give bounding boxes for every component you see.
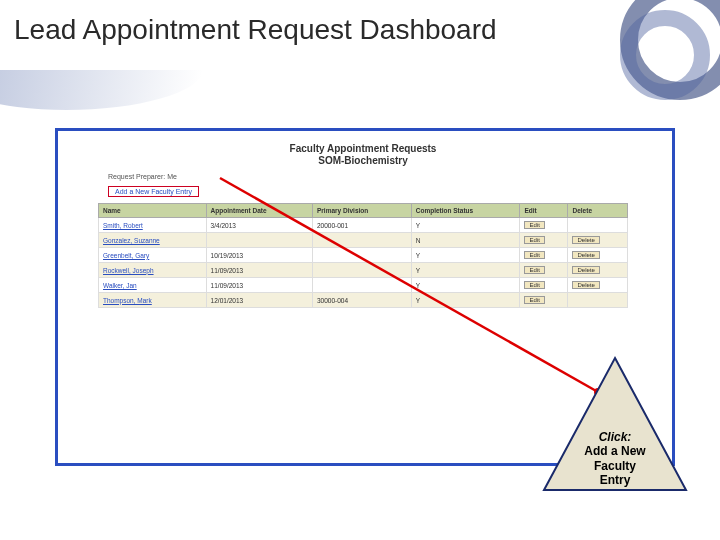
edit-button[interactable]: Edit (524, 236, 544, 244)
cell-edit: Edit (520, 218, 568, 233)
table-header-row: Name Appointment Date Primary Division C… (99, 204, 628, 218)
cell-division: 30000-004 (312, 293, 411, 308)
cell-status: N (411, 233, 520, 248)
cell-date (206, 233, 312, 248)
cell-edit: Edit (520, 293, 568, 308)
cell-status: Y (411, 263, 520, 278)
cell-delete: Delete (568, 278, 628, 293)
table-row: Smith, Robert 3/4/2013 20000-001 Y Edit (99, 218, 628, 233)
cell-division (312, 233, 411, 248)
col-status[interactable]: Completion Status (411, 204, 520, 218)
cell-name[interactable]: Gonzalez, Suzanne (99, 233, 207, 248)
add-new-faculty-link[interactable]: Add a New Faculty Entry (108, 186, 199, 197)
edit-button[interactable]: Edit (524, 251, 544, 259)
callout-line-3: Faculty (540, 459, 690, 473)
cell-name[interactable]: Thompson, Mark (99, 293, 207, 308)
cell-name[interactable]: Rockwell, Joseph (99, 263, 207, 278)
requests-table: Name Appointment Date Primary Division C… (98, 203, 628, 308)
cell-status: Y (411, 293, 520, 308)
cell-delete (568, 218, 628, 233)
cell-division (312, 248, 411, 263)
callout-triangle: Click: Add a New Faculty Entry (540, 352, 690, 497)
cell-edit: Edit (520, 263, 568, 278)
cell-edit: Edit (520, 278, 568, 293)
screenshot-header: Faculty Appointment Requests SOM-Biochem… (98, 143, 628, 167)
screenshot-heading: Faculty Appointment Requests (98, 143, 628, 155)
table-row: Greenbelt, Gary 10/19/2013 Y Edit Delete (99, 248, 628, 263)
table-row: Rockwell, Joseph 11/09/2013 Y Edit Delet… (99, 263, 628, 278)
cell-status: Y (411, 278, 520, 293)
delete-button[interactable]: Delete (572, 251, 599, 259)
col-name[interactable]: Name (99, 204, 207, 218)
table-row: Walker, Jan 11/09/2013 Y Edit Delete (99, 278, 628, 293)
request-preparer: Request Preparer: Me (98, 173, 628, 180)
cell-name[interactable]: Greenbelt, Gary (99, 248, 207, 263)
col-delete[interactable]: Delete (568, 204, 628, 218)
cell-delete: Delete (568, 263, 628, 278)
dashboard-screenshot: Faculty Appointment Requests SOM-Biochem… (98, 143, 628, 308)
delete-button[interactable]: Delete (572, 281, 599, 289)
table-row: Thompson, Mark 12/01/2013 30000-004 Y Ed… (99, 293, 628, 308)
col-edit[interactable]: Edit (520, 204, 568, 218)
cell-division: 20000-001 (312, 218, 411, 233)
delete-button[interactable]: Delete (572, 236, 599, 244)
cell-edit: Edit (520, 248, 568, 263)
decor-blue-curve (0, 70, 204, 110)
cell-division (312, 278, 411, 293)
request-preparer-label: Request Preparer: (108, 173, 165, 180)
cell-division (312, 263, 411, 278)
cell-date: 3/4/2013 (206, 218, 312, 233)
cell-edit: Edit (520, 233, 568, 248)
edit-button[interactable]: Edit (524, 281, 544, 289)
cell-date: 11/09/2013 (206, 263, 312, 278)
page-title: Lead Appointment Request Dashboard (14, 14, 497, 46)
callout-line-2: Add a New (540, 444, 690, 458)
cell-name[interactable]: Smith, Robert (99, 218, 207, 233)
cell-name[interactable]: Walker, Jan (99, 278, 207, 293)
table-row: Gonzalez, Suzanne N Edit Delete (99, 233, 628, 248)
callout-text: Click: Add a New Faculty Entry (540, 430, 690, 488)
cell-date: 10/19/2013 (206, 248, 312, 263)
cell-delete: Delete (568, 233, 628, 248)
delete-button[interactable]: Delete (572, 266, 599, 274)
cell-status: Y (411, 218, 520, 233)
callout-line-4: Entry (540, 473, 690, 487)
cell-date: 12/01/2013 (206, 293, 312, 308)
callout-line-1: Click: (540, 430, 690, 444)
col-date[interactable]: Appointment Date (206, 204, 312, 218)
edit-button[interactable]: Edit (524, 296, 544, 304)
edit-button[interactable]: Edit (524, 266, 544, 274)
request-preparer-value: Me (167, 173, 177, 180)
cell-delete (568, 293, 628, 308)
decor-stethoscope (580, 0, 720, 130)
edit-button[interactable]: Edit (524, 221, 544, 229)
cell-status: Y (411, 248, 520, 263)
cell-delete: Delete (568, 248, 628, 263)
col-division[interactable]: Primary Division (312, 204, 411, 218)
cell-date: 11/09/2013 (206, 278, 312, 293)
screenshot-subheading: SOM-Biochemistry (98, 155, 628, 167)
